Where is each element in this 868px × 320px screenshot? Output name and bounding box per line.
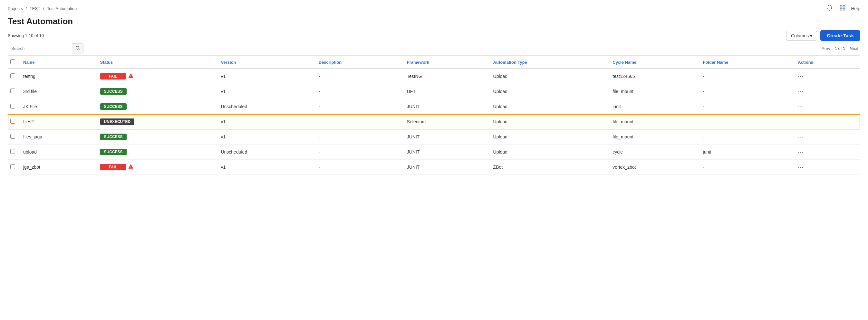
status-badge: SUCCESS — [100, 88, 127, 95]
warning-icon: ! — [128, 164, 134, 171]
cell-version: v1 — [217, 84, 314, 99]
cell-actions: ⋯ — [794, 129, 860, 145]
breadcrumb-sep-2: / — [43, 6, 45, 11]
row-checkbox[interactable] — [10, 164, 15, 169]
breadcrumb-projects[interactable]: Projects — [8, 6, 23, 11]
cell-description: - — [315, 145, 403, 160]
warning-icon: ! — [128, 73, 134, 80]
svg-rect-1 — [843, 5, 845, 7]
cell-cycle-name: file_mount — [609, 114, 699, 129]
search-button[interactable] — [72, 43, 84, 54]
row-checkbox-cell — [8, 114, 19, 129]
cell-status: FAIL! — [96, 69, 217, 84]
table-row: JK FileSUCCESSUnscheduled-JUNITUploadjun… — [8, 99, 860, 114]
row-checkbox[interactable] — [10, 134, 15, 139]
cell-automation-type: Upload — [489, 129, 609, 145]
header-folder-name[interactable]: Folder Name — [699, 56, 794, 69]
cell-name: testng — [19, 69, 96, 84]
status-badge: UNEXECUTED — [100, 119, 135, 125]
cell-automation-type: ZBot — [489, 160, 609, 175]
cell-status: SUCCESS — [96, 99, 217, 114]
bell-icon-button[interactable] — [825, 3, 834, 14]
cell-automation-type: Upload — [489, 114, 609, 129]
cell-framework: Selenium — [403, 114, 489, 129]
cell-folder-name: - — [699, 160, 794, 175]
header-description[interactable]: Description — [315, 56, 403, 69]
search-row: Prev 1 of 1 Next — [0, 43, 868, 55]
table-row: files2UNEXECUTEDv1-SeleniumUploadfile_mo… — [8, 114, 860, 129]
breadcrumb-sep-1: / — [26, 6, 28, 11]
cell-status: SUCCESS — [96, 84, 217, 99]
cell-framework: JUNIT — [403, 99, 489, 114]
cell-cycle-name: vortex_zbot — [609, 160, 699, 175]
breadcrumb-current: Test Automation — [47, 6, 77, 11]
page-info: 1 of 1 — [835, 46, 845, 51]
cell-actions: ⋯ — [794, 84, 860, 99]
table-container: Name Status Version Description Framewor… — [0, 55, 868, 175]
cell-framework: JUNIT — [403, 129, 489, 145]
header-automation-type[interactable]: Automation Type — [489, 56, 609, 69]
actions-menu-button[interactable]: ⋯ — [798, 149, 804, 156]
svg-line-5 — [79, 49, 80, 50]
showing-text: Showing 1-10 of 10 — [8, 33, 44, 38]
columns-button[interactable]: Columns ▾ — [786, 31, 817, 40]
cell-automation-type: Upload — [489, 84, 609, 99]
cell-version: v1 — [217, 69, 314, 84]
select-all-checkbox[interactable] — [10, 59, 15, 64]
cell-folder-name: - — [699, 69, 794, 84]
svg-rect-2 — [840, 8, 842, 10]
cell-folder-name: - — [699, 84, 794, 99]
actions-menu-button[interactable]: ⋯ — [798, 164, 804, 171]
cell-version: Unscheduled — [217, 145, 314, 160]
header-framework[interactable]: Framework — [403, 56, 489, 69]
cell-folder-name: - — [699, 99, 794, 114]
cell-description: - — [315, 84, 403, 99]
toolbar: Showing 1-10 of 10 Columns ▾ Create Task — [0, 30, 868, 43]
header-checkbox-col — [8, 56, 19, 69]
breadcrumb: Projects / TEST / Test Automation — [8, 6, 77, 11]
cell-actions: ⋯ — [794, 145, 860, 160]
cell-actions: ⋯ — [794, 114, 860, 129]
svg-rect-3 — [843, 8, 845, 10]
row-checkbox-cell — [8, 129, 19, 145]
cell-name: JK File — [19, 99, 96, 114]
row-checkbox[interactable] — [10, 104, 15, 108]
next-button[interactable]: Next — [848, 45, 860, 52]
create-task-button[interactable]: Create Task — [820, 30, 860, 41]
row-checkbox[interactable] — [10, 119, 15, 124]
cell-name: files_jaga — [19, 129, 96, 145]
cell-folder-name: - — [699, 114, 794, 129]
cell-version: v1 — [217, 160, 314, 175]
grid-icon-button[interactable] — [838, 3, 847, 14]
actions-menu-button[interactable]: ⋯ — [798, 73, 804, 80]
cell-folder-name: junit — [699, 145, 794, 160]
header-cycle-name[interactable]: Cycle Name — [609, 56, 699, 69]
cell-actions: ⋯ — [794, 160, 860, 175]
help-link[interactable]: Help — [851, 6, 860, 11]
table-row: 3rd fileSUCCESSv1-UFTUploadfile_mount-⋯ — [8, 84, 860, 99]
table-header-row: Name Status Version Description Framewor… — [8, 56, 860, 69]
cell-automation-type: Upload — [489, 69, 609, 84]
row-checkbox[interactable] — [10, 89, 15, 93]
cell-description: - — [315, 69, 403, 84]
table-row: testngFAIL!v1-TestNGUploadtest124565-⋯ — [8, 69, 860, 84]
prev-button[interactable]: Prev — [820, 45, 832, 52]
cell-status: FAIL! — [96, 160, 217, 175]
status-badge: FAIL — [100, 73, 126, 79]
cell-version: v1 — [217, 114, 314, 129]
actions-menu-button[interactable]: ⋯ — [798, 133, 804, 140]
cell-cycle-name: file_mount — [609, 129, 699, 145]
header-name[interactable]: Name — [19, 56, 96, 69]
header-version[interactable]: Version — [217, 56, 314, 69]
header-status[interactable]: Status — [96, 56, 217, 69]
grid-icon — [839, 4, 846, 11]
row-checkbox[interactable] — [10, 149, 15, 154]
actions-menu-button[interactable]: ⋯ — [798, 118, 804, 125]
cell-cycle-name: file_mount — [609, 84, 699, 99]
search-input[interactable] — [8, 44, 72, 53]
actions-menu-button[interactable]: ⋯ — [798, 103, 804, 110]
breadcrumb-test[interactable]: TEST — [30, 6, 40, 11]
actions-menu-button[interactable]: ⋯ — [798, 88, 804, 95]
row-checkbox[interactable] — [10, 73, 15, 78]
cell-actions: ⋯ — [794, 99, 860, 114]
